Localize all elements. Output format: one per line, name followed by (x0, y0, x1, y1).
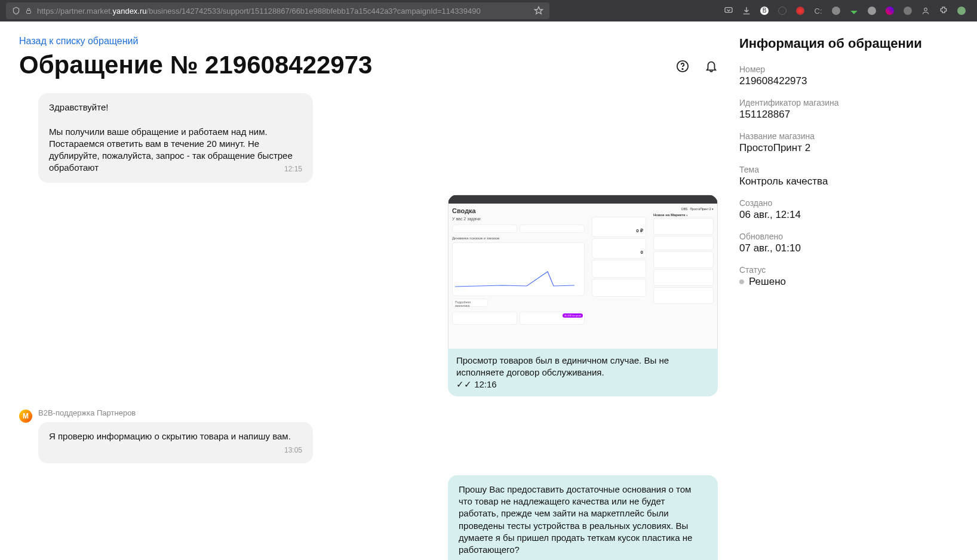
message-time: 13:05 (284, 445, 302, 455)
message-text: Я проверю информацию о скрытию товара и … (49, 431, 291, 441)
field-value-updated: 07 авг., 01:10 (739, 242, 963, 254)
field-value-created: 06 авг., 12:14 (739, 209, 963, 221)
bell-icon[interactable] (705, 60, 718, 73)
message-bubble: Прошу Вас предоставить достаточные основ… (448, 475, 718, 560)
extensions-icon[interactable] (939, 6, 948, 16)
message-bubble: Я проверю информацию о скрытию товара и … (38, 422, 313, 463)
message-time: 12:15 (284, 164, 302, 174)
ext-icon-6[interactable] (849, 6, 859, 16)
ext-icon-2[interactable] (778, 6, 787, 16)
bookmark-star-icon[interactable] (534, 6, 543, 16)
field-value-number: 219608422973 (739, 75, 963, 87)
pocket-icon[interactable] (724, 6, 733, 16)
message-row: M B2B-поддержка Партнеров Я проверю инфо… (19, 408, 718, 463)
field-label-created: Создано (739, 198, 963, 208)
help-icon[interactable] (676, 60, 689, 73)
back-link[interactable]: Назад к списку обращений (19, 36, 138, 47)
page-title: Обращение № 219608422973 (19, 51, 372, 79)
field-label-shop-id: Идентификатор магазина (739, 98, 963, 107)
field-label-updated: Обновлено (739, 232, 963, 241)
svg-point-4 (682, 69, 683, 69)
sender-name: B2B-поддержка Партнеров (38, 408, 313, 417)
field-value-topic: Контроль качества (739, 176, 963, 187)
lock-icon (25, 7, 32, 14)
message-text: Здравствуйте! Мы получили ваше обращение… (49, 102, 293, 173)
download-icon[interactable] (742, 6, 751, 16)
ext-icon-10[interactable] (921, 6, 930, 16)
svg-rect-0 (27, 11, 31, 14)
field-label-status: Статус (739, 265, 963, 275)
shield-icon (12, 7, 20, 15)
svg-point-2 (924, 8, 927, 11)
browser-toolbar: https://partner.market.yandex.ru/busines… (0, 0, 977, 21)
thumb-subtitle: У вас 2 задачи (452, 217, 585, 221)
field-label-number: Номер (739, 64, 963, 74)
attachment-caption-text: Просмотр товаров был в единичном случае.… (456, 355, 669, 377)
ext-icon-7[interactable] (867, 6, 877, 16)
ext-icon-5[interactable] (831, 6, 841, 16)
field-value-shop-id: 151128867 (739, 109, 963, 121)
ext-icon-3[interactable] (795, 6, 805, 16)
url-bar[interactable]: https://partner.market.yandex.ru/busines… (6, 2, 549, 19)
message-row: Прошу Вас предоставить достаточные основ… (19, 475, 718, 560)
message-row: Здравствуйте! Мы получили ваше обращение… (19, 93, 718, 183)
field-value-shop-name: ПростоПринт 2 (739, 142, 963, 154)
message-bubble: Здравствуйте! Мы получили ваше обращение… (38, 93, 313, 183)
field-label-topic: Тема (739, 165, 963, 174)
message-text: Прошу Вас предоставить достаточные основ… (459, 484, 692, 555)
ext-icon-1[interactable]: B (760, 6, 769, 16)
field-value-status: Решено (749, 276, 786, 288)
message-row: Сводка У вас 2 задачи Динамика показов и… (19, 195, 718, 397)
attachment-card[interactable]: Сводка У вас 2 задачи Динамика показов и… (448, 195, 718, 397)
ext-icon-9[interactable] (903, 6, 913, 16)
ext-icon-11[interactable] (957, 6, 966, 16)
avatar: M (19, 410, 32, 423)
ext-icon-4[interactable]: C: (813, 6, 823, 16)
info-sidebar: Информация об обращении Номер 2196084229… (732, 21, 977, 560)
browser-extensions: B C: (724, 6, 971, 16)
chat-thread: Здравствуйте! Мы получили ваше обращение… (19, 93, 718, 560)
field-label-shop-name: Название магазина (739, 131, 963, 141)
message-time: 12:16 (474, 379, 497, 389)
ext-icon-8[interactable] (885, 6, 895, 16)
status-dot-icon (739, 279, 744, 284)
read-ticks-icon: ✓✓ (456, 379, 472, 389)
attachment-thumbnail[interactable]: Сводка У вас 2 задачи Динамика показов и… (448, 195, 718, 349)
thumb-title: Сводка (452, 207, 585, 214)
url-text: https://partner.market.yandex.ru/busines… (37, 7, 481, 16)
sidebar-title: Информация об обращении (739, 36, 963, 51)
